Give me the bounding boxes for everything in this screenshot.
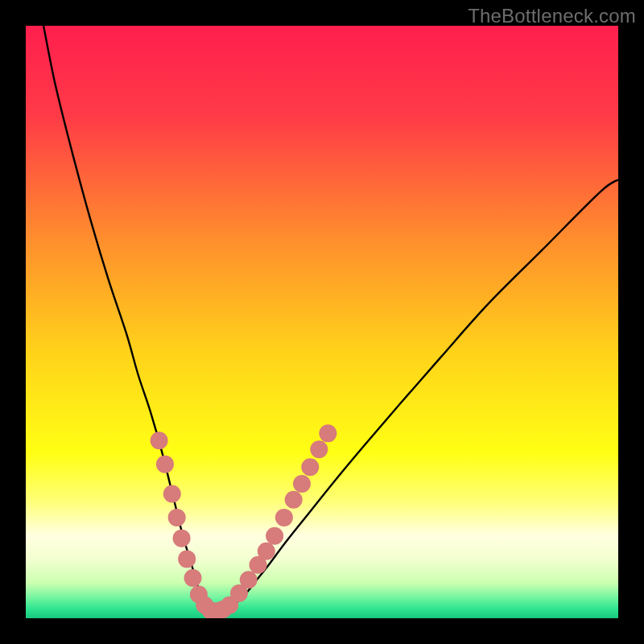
marker-dot	[173, 530, 191, 547]
marker-dot	[266, 527, 283, 545]
marker-dot	[168, 509, 186, 526]
marker-dot	[156, 456, 174, 473]
chart-frame: TheBottleneck.com	[0, 0, 644, 644]
marker-dot	[319, 424, 336, 442]
marker-dot	[310, 440, 328, 458]
chart-svg	[26, 26, 618, 618]
marker-dot	[275, 509, 293, 526]
marker-dot	[293, 475, 311, 493]
marker-dot	[240, 571, 258, 588]
marker-dot	[258, 543, 275, 560]
marker-dot	[163, 485, 181, 502]
chart-plot-area	[26, 26, 618, 618]
marker-dot	[184, 569, 202, 587]
marker-dot	[178, 550, 196, 568]
heatmap-background	[26, 26, 618, 618]
marker-dot	[151, 431, 168, 449]
marker-dot	[285, 491, 303, 509]
watermark-text: TheBottleneck.com	[468, 5, 636, 27]
marker-dot	[301, 458, 319, 476]
